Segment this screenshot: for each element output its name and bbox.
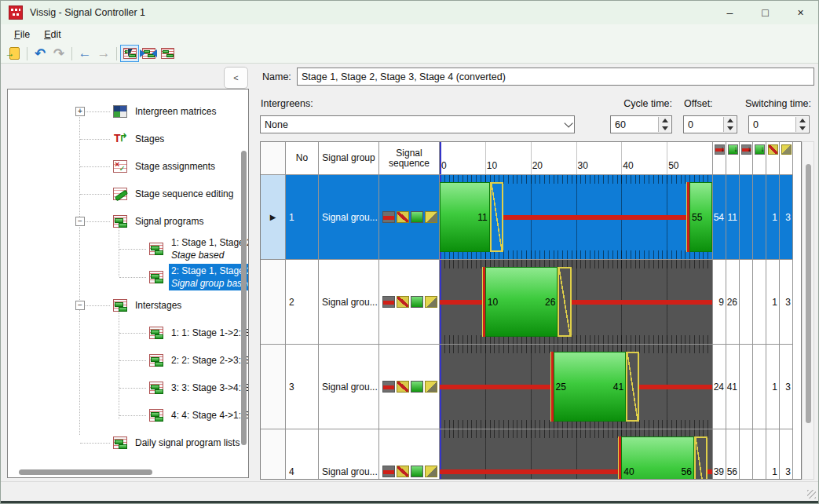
tree-item-4-4-stage-4-1-stage-1[interactable]: 4: 4: Stage 4->1: Stage 1	[8, 401, 237, 429]
tree-item-label[interactable]: Daily signal program lists	[133, 436, 242, 450]
signal-sequence-cell[interactable]	[379, 175, 440, 260]
spin-down-button[interactable]	[796, 125, 808, 133]
amber-phase-box[interactable]	[694, 436, 707, 480]
red-amber-phase-bar[interactable]	[618, 436, 621, 480]
menu-file[interactable]: File	[7, 27, 37, 42]
row-selector-cell[interactable]: ▶	[261, 175, 286, 260]
spin-down-button[interactable]	[659, 125, 671, 133]
tree-item-1-1-stage-1-2-stage-2[interactable]: 1: 1: Stage 1->2: Stage 2	[8, 319, 237, 346]
col-signal-group-header[interactable]: Signal group	[319, 142, 379, 175]
value-cell[interactable]: 1	[766, 429, 780, 480]
red-phase-line[interactable]	[440, 469, 621, 474]
signal-sequence-cell[interactable]	[379, 345, 440, 429]
value-cell[interactable]	[740, 345, 753, 429]
table-row[interactable]: 2Signal grou...102692613	[261, 260, 801, 345]
spin-up-button[interactable]	[724, 117, 736, 125]
timeline-cell[interactable]: 1026	[440, 260, 713, 345]
spin-down-button[interactable]	[724, 125, 736, 133]
tree-item-label[interactable]: 2: Stage 1, Stage 2, Stage 3, Stage 4 (c…	[169, 264, 249, 290]
tree-item-label[interactable]: 1: Stage 1, Stage 2, Stage 3, Stage 4Sta…	[169, 236, 249, 262]
tree-item-label[interactable]: 3: 3: Stage 3->4: Stage 4	[169, 381, 249, 395]
value-cell[interactable]: 54	[713, 175, 726, 260]
tree-vertical-scrollbar[interactable]	[241, 151, 247, 445]
red-amber-phase-bar[interactable]	[550, 352, 554, 422]
signal-group-cell[interactable]: Signal grou...	[319, 175, 379, 260]
resize-grip[interactable]	[807, 490, 816, 499]
red-phase-line[interactable]	[503, 215, 687, 220]
collapse-minus-icon[interactable]: −	[75, 217, 85, 226]
tree-item-label[interactable]: 2: 2: Stage 2->3: Stage 3	[169, 353, 249, 367]
no-cell[interactable]: 1	[286, 175, 319, 260]
no-cell[interactable]: 2	[286, 260, 319, 345]
value-cell[interactable]: 1	[766, 345, 780, 429]
tree-item-2-stage-1-stage-2-stage-3-stage-4-c[interactable]: 2: Stage 1, Stage 2, Stage 3, Stage 4 (c…	[8, 263, 237, 291]
tree-item-label[interactable]: Stage assignments	[133, 159, 218, 173]
table-row[interactable]: ▶1Signal grou...1155541113	[261, 175, 801, 260]
value-cell[interactable]: 3	[780, 345, 793, 429]
name-input[interactable]	[297, 68, 814, 86]
undo-button[interactable]: ↶	[31, 45, 49, 62]
expand-plus-icon[interactable]: +	[75, 107, 85, 116]
tree-item-daily-signal-program-lists[interactable]: Daily signal program lists	[8, 429, 237, 456]
signal-group-cell[interactable]: Signal grou...	[319, 345, 379, 429]
amber-phase-box[interactable]	[490, 182, 503, 252]
exit-button[interactable]	[5, 45, 24, 62]
switching-time-stepper[interactable]: 0	[748, 115, 810, 133]
compress-tool-button[interactable]	[139, 45, 158, 62]
value-cell[interactable]: 3	[780, 175, 793, 260]
timeline-cell[interactable]: 1155	[440, 175, 713, 260]
tree-item-interstages[interactable]: −Interstages	[8, 291, 237, 319]
tree-item-2-2-stage-2-3-stage-3[interactable]: 2: 2: Stage 2->3: Stage 3	[8, 346, 237, 374]
value-cell[interactable]: 1	[766, 175, 780, 260]
tree-item-signal-programs[interactable]: −Signal programs	[8, 207, 237, 235]
green-phase-bar[interactable]: 55	[689, 182, 712, 252]
tree-horizontal-scrollbar[interactable]	[19, 469, 152, 475]
tree-item-1-stage-1-stage-2-stage-3-stage-4[interactable]: 1: Stage 1, Stage 2, Stage 3, Stage 4Sta…	[8, 235, 237, 263]
tree-item-3-3-stage-3-4-stage-4[interactable]: 3: 3: Stage 3->4: Stage 4	[8, 374, 237, 401]
value-cell[interactable]	[740, 429, 753, 480]
value-cell[interactable]: 24	[713, 345, 726, 429]
value-cell[interactable]	[740, 175, 753, 260]
tree-item-label[interactable]: Stages	[133, 132, 166, 146]
signal-group-cell[interactable]: Signal grou...	[319, 260, 379, 345]
value-cell[interactable]: 56	[726, 429, 740, 480]
menu-edit[interactable]: Edit	[37, 27, 68, 42]
intergreens-dropdown[interactable]: None	[260, 115, 575, 133]
value-cell[interactable]: 26	[726, 260, 740, 345]
table-vertical-scrollbar[interactable]	[802, 141, 814, 480]
col-signal-sequence-header[interactable]: Signal sequence	[379, 142, 440, 175]
table-row[interactable]: 3Signal grou...2541244113	[261, 345, 801, 429]
maximize-button[interactable]: □	[748, 1, 783, 24]
table-row[interactable]: 4Signal grou...4056395613	[261, 429, 801, 480]
redo-button[interactable]: ↷	[49, 45, 68, 62]
value-cell[interactable]: 3	[780, 260, 793, 345]
pan-tool-button[interactable]	[120, 45, 139, 62]
timeline-cell[interactable]: 2541	[440, 345, 713, 429]
amber-phase-box[interactable]	[626, 352, 639, 422]
value-cell[interactable]: 41	[726, 345, 740, 429]
red-phase-line[interactable]	[440, 385, 554, 389]
close-button[interactable]: ×	[783, 1, 818, 24]
value-cell[interactable]	[753, 175, 766, 260]
signal-program-tool-button[interactable]	[158, 45, 177, 62]
red-amber-phase-bar[interactable]	[482, 267, 485, 337]
value-cell[interactable]: 1	[766, 260, 780, 345]
red-phase-line[interactable]	[572, 300, 712, 305]
amber-phase-box[interactable]	[558, 267, 571, 337]
tree-item-label[interactable]: Intergreen matrices	[133, 104, 218, 119]
tree-item-label[interactable]: 1: 1: Stage 1->2: Stage 2	[169, 326, 249, 340]
red-phase-line[interactable]	[639, 385, 712, 389]
row-selector-cell[interactable]	[261, 260, 286, 345]
value-cell[interactable]: 11	[726, 175, 740, 260]
value-cell[interactable]	[753, 260, 766, 345]
collapse-minus-icon[interactable]: −	[75, 301, 85, 310]
offset-stepper[interactable]: 0	[683, 115, 737, 133]
green-phase-bar[interactable]: 2541	[554, 352, 627, 422]
value-cell[interactable]	[753, 429, 766, 480]
row-selector-cell[interactable]	[261, 429, 286, 480]
red-amber-phase-bar[interactable]	[686, 182, 689, 252]
signal-sequence-cell[interactable]	[379, 260, 440, 345]
value-cell[interactable]: 9	[713, 260, 726, 345]
tree-item-label[interactable]: 4: 4: Stage 4->1: Stage 1	[169, 408, 249, 422]
green-phase-bar[interactable]: 1026	[485, 267, 558, 337]
